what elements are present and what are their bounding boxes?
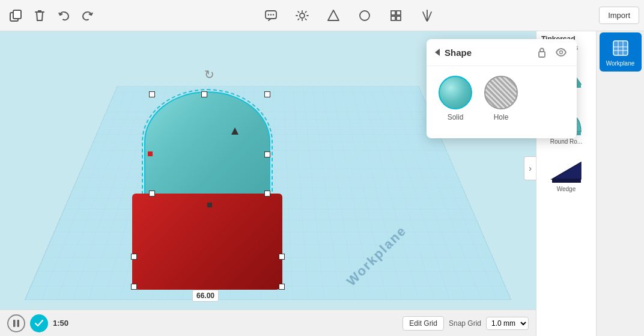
bottom-left: 1:50 (7, 314, 68, 332)
import-button[interactable]: Import (599, 7, 639, 24)
svg-marker-19 (552, 179, 581, 183)
svg-point-6 (300, 13, 305, 18)
solid-circle (439, 76, 472, 109)
pause-button[interactable] (7, 314, 25, 332)
top-toolbar: Import (0, 0, 644, 31)
handle-rl-bl[interactable] (131, 284, 137, 290)
shape-popup-header: Shape (427, 39, 577, 66)
light-toolbar-button[interactable] (291, 5, 313, 26)
wedge-shape-item[interactable]: Wedge (536, 150, 596, 197)
hole-option[interactable]: Hole (484, 76, 518, 121)
svg-marker-7 (328, 10, 339, 20)
shape-popup-collapse[interactable] (435, 49, 440, 56)
handle-tl[interactable] (149, 91, 155, 97)
handle-rl-r[interactable] (279, 254, 285, 260)
height-arrow (231, 127, 238, 135)
workplane-icon (610, 37, 631, 59)
svg-rect-12 (396, 16, 401, 20)
handle-center[interactable] (207, 203, 212, 207)
red-shape[interactable] (132, 194, 282, 290)
solid-label: Solid (448, 113, 464, 121)
redo-button[interactable] (77, 5, 99, 26)
svg-point-8 (360, 11, 369, 20)
wedge-thumb (548, 154, 585, 185)
svg-point-4 (270, 14, 271, 15)
lock-icon[interactable] (535, 45, 549, 60)
snap-grid-label: Snap Grid (449, 319, 481, 328)
chat-toolbar-button[interactable] (260, 5, 282, 26)
svg-point-14 (560, 51, 563, 54)
handle-rl-br[interactable] (279, 284, 285, 290)
dimension-label: 66.00 (192, 290, 219, 302)
right-panel: Workplane (596, 0, 644, 336)
handle-tr[interactable] (264, 91, 270, 97)
workplane-button[interactable]: Workplane (600, 32, 642, 72)
round-roof-label: Round Ro... (550, 138, 582, 145)
layers-toolbar-button[interactable] (385, 5, 407, 26)
handle-br-teal[interactable] (264, 191, 270, 197)
svg-rect-13 (539, 52, 545, 57)
handle-ml-red[interactable] (148, 151, 153, 156)
timer-display: 1:50 (53, 319, 68, 328)
svg-rect-11 (391, 16, 395, 20)
circle-toolbar-button[interactable] (354, 5, 375, 26)
visibility-icon[interactable] (554, 45, 568, 60)
bottom-bar: 1:50 Edit Grid Snap Grid 1.0 mm 0.5 mm 2… (0, 310, 536, 336)
svg-rect-25 (13, 320, 16, 327)
edit-grid-button[interactable]: Edit Grid (402, 316, 444, 331)
toolbar-left (5, 5, 99, 26)
delete-button[interactable] (29, 5, 50, 26)
shape-popup-title: Shape (445, 47, 535, 58)
handle-mr[interactable] (264, 151, 270, 157)
svg-rect-26 (17, 320, 20, 327)
svg-marker-18 (552, 162, 581, 179)
svg-rect-10 (396, 11, 401, 15)
confirm-button[interactable] (30, 314, 48, 332)
hole-circle (484, 76, 518, 109)
handle-tc[interactable] (201, 91, 207, 97)
shape-options: Solid Hole (427, 66, 577, 131)
shape-toolbar-button[interactable] (323, 5, 344, 26)
toolbar-right: Import (599, 7, 639, 24)
handle-rl-t[interactable] (131, 254, 137, 260)
workplane-label: Workplane (606, 60, 635, 67)
shape-popup-icons (535, 45, 568, 60)
toolbar-center (99, 5, 599, 26)
hole-label: Hole (494, 113, 509, 121)
wedge-label: Wedge (557, 186, 576, 192)
mirror-toolbar-button[interactable] (416, 5, 438, 26)
svg-rect-20 (613, 41, 628, 55)
bottom-right: Edit Grid Snap Grid 1.0 mm 0.5 mm 2.0 mm (402, 316, 529, 331)
svg-rect-1 (13, 10, 21, 19)
solid-option[interactable]: Solid (439, 76, 472, 121)
collapse-panel-button[interactable]: › (524, 156, 536, 180)
snap-grid-select[interactable]: 1.0 mm 0.5 mm 2.0 mm (486, 317, 529, 330)
svg-point-3 (267, 14, 269, 15)
svg-point-5 (272, 14, 273, 15)
handle-bl-teal[interactable] (149, 191, 155, 197)
svg-rect-9 (391, 11, 395, 15)
undo-button[interactable] (53, 5, 74, 26)
rotation-handle[interactable]: ↻ (204, 67, 214, 82)
shape-popup: Shape Solid Hole (427, 39, 577, 138)
copy-button[interactable] (5, 5, 26, 26)
